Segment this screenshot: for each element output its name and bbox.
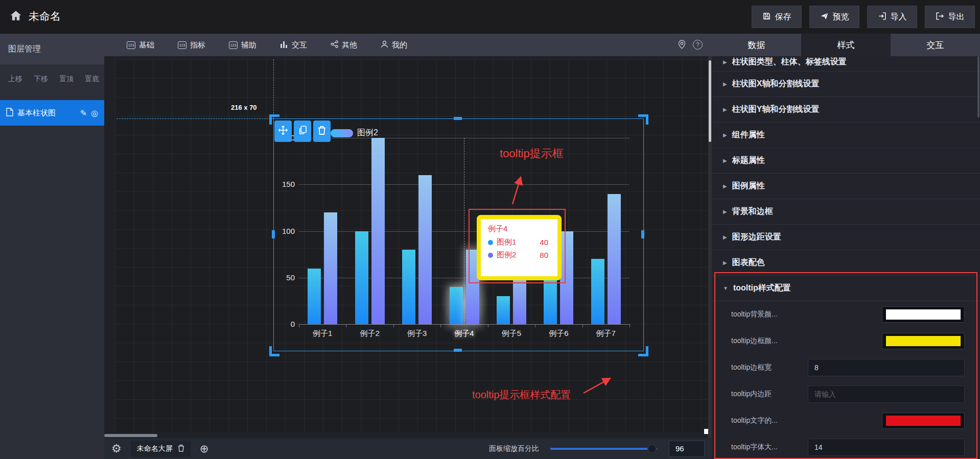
tab-basic[interactable]: 123 基础 (127, 40, 154, 50)
x-axis-tick (440, 324, 441, 327)
hover-highlight-glow (440, 278, 489, 325)
number-widget-icon: 123 (229, 41, 238, 49)
field-tooltip-bg-color: tooltip背景颜... (712, 301, 980, 328)
selection-handle-right[interactable] (641, 230, 644, 238)
tab-interact[interactable]: 交互 (891, 34, 980, 56)
bar-图例2-例子3[interactable] (418, 175, 432, 324)
move-down-button[interactable]: 下移 (34, 75, 48, 84)
tab-mine[interactable]: 我的 (381, 40, 407, 50)
component-toolbar: 123 基础 123 指标 123 辅助 交互 其他 我的 ? (104, 34, 712, 56)
bar-图例1-例子3[interactable] (402, 250, 415, 324)
border-width-input[interactable] (808, 359, 965, 376)
bar-图例1-例子6[interactable] (544, 278, 557, 324)
collapsed-caret-icon: ▶ (723, 158, 727, 163)
bar-图例2-例子1[interactable] (324, 212, 337, 324)
layer-item-basic-bar[interactable]: 基本柱状图 ✎ ◎ (0, 100, 104, 126)
chart-legend[interactable]: 图例2 (331, 128, 378, 138)
save-button[interactable]: 保存 (752, 6, 802, 28)
settings-gear-icon[interactable]: ⚙ (111, 443, 122, 454)
field-tooltip-border-color: tooltip边框颜... (712, 328, 980, 354)
screen-name: 未命名大屏 (137, 444, 173, 453)
section-legend[interactable]: ▶ 图例属性 (712, 174, 980, 199)
section-component[interactable]: ▶ 组件属性 (712, 123, 980, 148)
bar-图例1-例子1[interactable] (308, 269, 321, 325)
home-icon[interactable] (9, 9, 24, 23)
padding-input[interactable] (808, 385, 965, 403)
vertical-scrollbar[interactable] (709, 60, 711, 142)
tab-data[interactable]: 数据 (712, 34, 801, 56)
section-background[interactable]: ▶ 背景和边框 (712, 199, 980, 225)
save-icon (762, 12, 771, 22)
config-panel-tabs: 数据 样式 交互 (712, 34, 980, 56)
section-yaxis[interactable]: ▶ 柱状图Y轴和分割线设置 (712, 97, 980, 123)
tab-other[interactable]: 其他 (331, 40, 357, 50)
location-pin-icon[interactable] (678, 40, 686, 51)
annotation-label-tooltip: tooltip提示框 (500, 146, 564, 161)
chart-tooltip: 例子4 图例1 40 图例2 80 (477, 215, 562, 280)
x-axis-label: 例子7 (586, 329, 626, 339)
x-axis-label: 例子4 (444, 329, 485, 339)
visibility-icon[interactable]: ◎ (91, 108, 98, 118)
move-button[interactable] (274, 120, 292, 142)
tab-indicator[interactable]: 123 指标 (178, 40, 205, 50)
screen-name-chip[interactable]: 未命名大屏 (131, 441, 191, 457)
selection-handle-top[interactable] (454, 117, 462, 120)
tab-style[interactable]: 样式 (801, 34, 891, 56)
color-swatch-yellow[interactable] (882, 333, 965, 349)
section-xaxis[interactable]: ▶ 柱状图X轴和分割线设置 (712, 71, 980, 97)
collapsed-caret-icon: ▶ (723, 260, 727, 265)
section-margin[interactable]: ▶ 图形边距设置 (712, 225, 980, 250)
export-button[interactable]: 导出 (925, 6, 975, 28)
zoom-label: 面板缩放百分比 (489, 444, 539, 453)
section-colors[interactable]: ▶ 图表配色 (712, 250, 980, 276)
bar-图例1-例子5[interactable] (497, 296, 510, 324)
collapsed-caret-icon: ▶ (723, 59, 727, 65)
trash-icon[interactable] (178, 444, 184, 453)
bar-图例1-例子2[interactable] (355, 231, 368, 325)
trash-icon (318, 126, 326, 137)
delete-button[interactable] (313, 120, 331, 142)
section-title[interactable]: ▶ 标题属性 (712, 148, 980, 174)
section-tooltip-style[interactable]: ▼ tooltip样式配置 (712, 276, 980, 301)
import-button[interactable]: 导入 (867, 6, 917, 28)
tab-interaction[interactable]: 交互 (280, 40, 307, 50)
zoom-slider[interactable] (550, 448, 658, 450)
help-icon[interactable]: ? (693, 40, 703, 50)
bar-图例2-例子6[interactable] (560, 231, 573, 325)
export-icon (936, 12, 944, 22)
zoom-slider-knob[interactable] (647, 444, 657, 453)
x-axis-label: 例子2 (349, 329, 390, 339)
user-icon (381, 40, 388, 50)
move-up-button[interactable]: 上移 (8, 75, 22, 84)
color-swatch-white[interactable] (882, 306, 965, 323)
bar-图例2-例子7[interactable] (608, 194, 621, 325)
bar-图例1-例子4[interactable] (450, 287, 463, 324)
font-size-input[interactable] (808, 439, 965, 456)
selection-handle-bottom[interactable] (454, 349, 462, 352)
selection-handle-left[interactable] (272, 230, 275, 238)
bring-front-button[interactable]: 置顶 (59, 75, 74, 84)
snap-guide-horizontal (116, 118, 273, 119)
edit-icon[interactable]: ✎ (80, 108, 87, 118)
field-tooltip-border-width: tooltip边框宽 (712, 354, 980, 381)
page-title: 未命名 (29, 9, 61, 23)
send-back-button[interactable]: 置底 (85, 75, 99, 84)
tooltip-row: 图例1 40 (488, 237, 548, 247)
copy-icon (298, 126, 307, 137)
zoom-value-input[interactable] (669, 441, 705, 457)
x-axis-label: 例子1 (302, 329, 343, 339)
copy-button[interactable] (294, 120, 311, 142)
x-axis-tick (488, 324, 488, 327)
color-swatch-red[interactable] (882, 413, 965, 429)
horizontal-scrollbar[interactable] (104, 434, 157, 437)
bar-图例1-例子7[interactable] (591, 259, 604, 324)
panel-scrollbar[interactable] (977, 56, 979, 117)
zoom-slider-fill (550, 448, 651, 450)
bar-图例2-例子2[interactable] (371, 138, 385, 324)
section-bar-type[interactable]: ▶ 柱状图类型、柱体、标签线设置 (712, 56, 980, 71)
preview-button[interactable]: 预览 (809, 6, 859, 28)
collapsed-caret-icon: ▶ (723, 234, 727, 240)
tab-auxiliary[interactable]: 123 辅助 (229, 40, 256, 50)
add-screen-icon[interactable]: ⊕ (200, 443, 209, 454)
widget-float-toolbar (274, 120, 331, 142)
